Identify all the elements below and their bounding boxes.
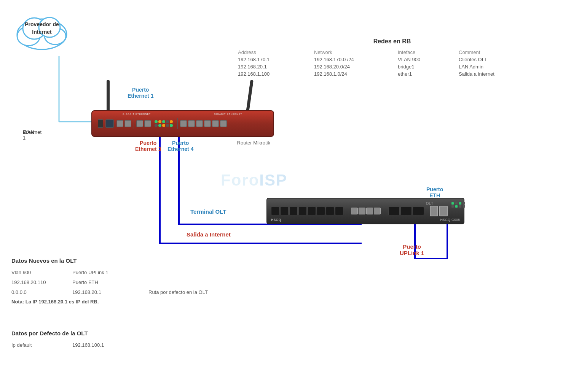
datos-nuevos-section: Datos Nuevos en la OLT Vlan 900 Puerto U… [11, 257, 278, 305]
table-cell-net-2: 192.168.20.0/24 [312, 63, 396, 70]
table-cell-iface-3: ether1 [396, 70, 457, 78]
antenna-left [107, 80, 110, 112]
table-header-comment: Comment [457, 49, 533, 56]
cloud-label: Proveedor de Internet [11, 21, 72, 36]
puerto-uplink-label: Puerto UPLink 1 [400, 243, 424, 256]
watermark-text: Foro [221, 171, 259, 189]
olt-top-label: OLT [426, 202, 433, 206]
datos-nuevos-title: Datos Nuevos en la OLT [11, 257, 278, 264]
dn-col2-r1: Puerto UPLink 1 [72, 268, 148, 278]
puerto-eth3-label: Puerto Ethernet 3 [135, 140, 161, 152]
olt-device: OLT HSGQ HSGQ-G008 [266, 198, 464, 228]
terminal-olt-label: Terminal OLT [190, 208, 226, 215]
router-body: GIGABIT ETHERNET GIGABIT ETHERNET [91, 110, 274, 137]
dn-col3-r1 [148, 268, 278, 278]
datos-defecto-title: Datos por Defecto de la OLT [11, 330, 278, 336]
cloud: .cloud-path { fill: white; stroke: #5bb8… [11, 11, 72, 57]
dd-col1-r1: Ip default [11, 340, 72, 350]
antenna-right [246, 80, 254, 112]
table-cell-iface-2: bridge1 [396, 63, 457, 70]
puerto-eth1-label: Puerto Ethernet 1 [128, 87, 153, 99]
table-cell-net-1: 192.168.170.0 /24 [312, 56, 396, 63]
table-grid: Address Network Inteface Comment 192.168… [236, 49, 548, 78]
table-header-interface: Inteface [396, 49, 457, 56]
dn-col1-r2: 192.168.20.110 [11, 278, 72, 287]
watermark-isp: ISP [259, 171, 287, 189]
table-cell-comment-3: Salida a internet [457, 70, 533, 78]
puerto-eth4-label: Puerto Ethernet 4 [167, 140, 193, 152]
dn-col2-r2: Puerto ETH [72, 278, 148, 287]
table-cell-addr-2: 192.168.20.1 [236, 63, 312, 70]
diagram-container: .cloud-path { fill: white; stroke: #5bb8… [0, 0, 571, 392]
dn-col1-r1: Vlan 900 [11, 268, 72, 278]
table-cell-comment-2: LAN Admin [457, 63, 533, 70]
dn-col3-r2 [148, 278, 278, 287]
table-cell-addr-3: 192.168.1.100 [236, 70, 312, 78]
watermark: ForoISP [221, 171, 287, 189]
table-cell-addr-1: 192.168.170.1 [236, 56, 312, 63]
table-cell-net-3: 192.168.1.0/24 [312, 70, 396, 78]
table-area: Redes en RB Address Network Inteface Com… [236, 38, 548, 78]
table-title: Redes en RB [236, 38, 548, 45]
datos-defecto-grid: Ip default 192.168.100.1 [11, 340, 278, 350]
table-header-address: Address [236, 49, 312, 56]
olt-model: HSGQ-G008 [440, 218, 460, 222]
dn-col1-r3: 0.0.0.0 [11, 287, 72, 297]
olt-body: OLT HSGQ HSGQ-G008 [266, 198, 464, 224]
dn-col2-r3: 192.168.20.1 [72, 287, 148, 297]
datos-nuevos-grid: Vlan 900 Puerto UPLink 1 192.168.20.110 … [11, 268, 278, 297]
datos-nuevos-note: Nota: La IP 192.168.20.1 es IP del RB. [11, 299, 278, 305]
table-cell-comment-1: Clientes OLT [457, 56, 533, 63]
table-header-network: Network [312, 49, 396, 56]
puerto-eth-label: Puerto ETH [426, 186, 443, 198]
salida-internet-label: Salida a Internet [187, 231, 231, 238]
router-label: Router Mikrotik [237, 140, 270, 146]
table-cell-iface-1: VLAN 900 [396, 56, 457, 63]
dd-col2-r1: 192.168.100.1 [72, 340, 148, 350]
dn-col3-r3: Ruta por defecto en la OLT [148, 287, 278, 297]
router-mikrotik: GIGABIT ETHERNET GIGABIT ETHERNET Router… [91, 110, 274, 141]
datos-defecto-section: Datos por Defecto de la OLT Ip default 1… [11, 330, 278, 350]
olt-brand: HSGQ [271, 218, 281, 222]
